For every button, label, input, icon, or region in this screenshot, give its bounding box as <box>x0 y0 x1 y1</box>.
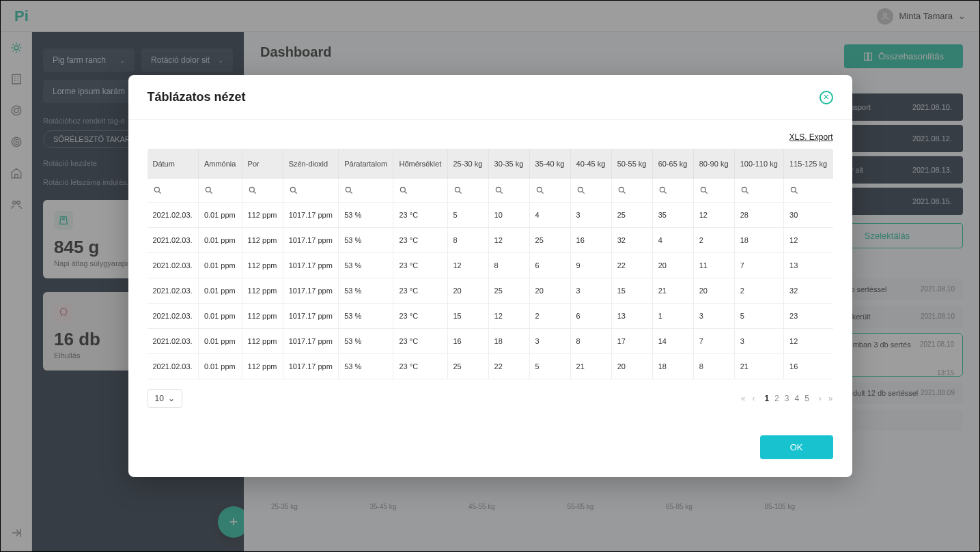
table-cell: 6 <box>570 304 611 329</box>
column-search[interactable] <box>529 179 570 203</box>
column-search[interactable] <box>148 179 199 203</box>
close-icon[interactable]: ✕ <box>820 91 833 104</box>
column-search[interactable] <box>283 179 339 203</box>
table-cell: 0.01 ppm <box>198 329 242 354</box>
table-cell: 2021.02.03. <box>148 329 199 354</box>
table-cell: 13 <box>611 304 652 329</box>
table-cell: 12 <box>488 304 529 329</box>
column-search[interactable] <box>611 179 652 203</box>
table-header: Por <box>242 149 283 179</box>
modal-title: Táblázatos nézet <box>148 90 246 104</box>
table-cell: 53 % <box>339 304 393 329</box>
table-cell: 5 <box>447 203 488 228</box>
page-1[interactable]: 1 <box>761 392 772 405</box>
column-search[interactable] <box>570 179 611 203</box>
table-cell: 1017.17 ppm <box>283 354 339 379</box>
table-cell: 8 <box>488 253 529 278</box>
table-cell: 23 <box>784 304 833 329</box>
column-search[interactable] <box>784 179 833 203</box>
page-3[interactable]: 3 <box>782 392 792 405</box>
page-5[interactable]: 5 <box>802 392 812 405</box>
data-table: DátumAmmóniaPorSzén-dioxidPáratartalomHő… <box>148 149 833 379</box>
table-header: 100-110 kg <box>734 149 783 179</box>
table-cell: 16 <box>570 228 611 253</box>
table-cell: 12 <box>447 253 488 278</box>
page-first[interactable]: « <box>741 394 746 403</box>
table-row: 2021.02.03.0.01 ppm112 ppm1017.17 ppm53 … <box>148 203 833 228</box>
svg-point-23 <box>578 187 583 192</box>
table-cell: 25 <box>611 203 652 228</box>
column-search[interactable] <box>393 179 447 203</box>
table-cell: 20 <box>611 354 652 379</box>
table-header: 35-40 kg <box>529 149 570 179</box>
table-cell: 18 <box>734 228 783 253</box>
table-cell: 23 °C <box>393 253 447 278</box>
column-search[interactable] <box>693 179 734 203</box>
page-size-select[interactable]: 10 ⌄ <box>148 389 182 408</box>
table-cell: 12 <box>693 203 734 228</box>
column-search[interactable] <box>652 179 693 203</box>
table-cell: 2021.02.03. <box>148 278 199 304</box>
table-cell: 10 <box>488 203 529 228</box>
table-cell: 21 <box>652 278 693 304</box>
page-2[interactable]: 2 <box>772 392 782 405</box>
table-cell: 1 <box>652 304 693 329</box>
page-prev[interactable]: ‹ <box>752 394 755 403</box>
table-cell: 1017.17 ppm <box>283 304 339 329</box>
table-row: 2021.02.03.0.01 ppm112 ppm1017.17 ppm53 … <box>148 278 833 304</box>
table-cell: 12 <box>784 228 833 253</box>
table-cell: 0.01 ppm <box>198 203 242 228</box>
table-cell: 5 <box>529 354 570 379</box>
table-cell: 3 <box>529 329 570 354</box>
table-cell: 23 °C <box>393 278 447 304</box>
table-cell: 0.01 ppm <box>198 354 242 379</box>
svg-point-16 <box>249 187 254 192</box>
table-cell: 2 <box>693 228 734 253</box>
table-header: Dátum <box>148 149 199 179</box>
svg-point-28 <box>791 187 796 192</box>
table-cell: 8 <box>570 329 611 354</box>
table-cell: 8 <box>447 228 488 253</box>
svg-point-24 <box>619 187 624 192</box>
table-cell: 16 <box>447 329 488 354</box>
table-cell: 32 <box>784 278 833 304</box>
svg-point-21 <box>496 187 501 192</box>
table-cell: 23 °C <box>393 354 447 379</box>
table-header: 25-30 kg <box>447 149 488 179</box>
table-cell: 2 <box>529 304 570 329</box>
svg-point-15 <box>206 187 210 192</box>
column-search[interactable] <box>734 179 783 203</box>
page-last[interactable]: » <box>828 394 833 403</box>
table-row: 2021.02.03.0.01 ppm112 ppm1017.17 ppm53 … <box>148 304 833 329</box>
page-4[interactable]: 4 <box>792 392 802 405</box>
export-link[interactable]: XLS. Export <box>148 132 833 142</box>
table-cell: 18 <box>488 329 529 354</box>
table-cell: 2021.02.03. <box>148 253 199 278</box>
table-cell: 22 <box>488 354 529 379</box>
column-search[interactable] <box>242 179 283 203</box>
table-cell: 25 <box>447 354 488 379</box>
table-cell: 2021.02.03. <box>148 228 199 253</box>
page-next[interactable]: › <box>819 394 822 403</box>
table-cell: 20 <box>529 278 570 304</box>
table-cell: 32 <box>611 228 652 253</box>
table-cell: 12 <box>784 329 833 354</box>
table-cell: 5 <box>734 304 783 329</box>
pagination: « ‹ 12345 › » <box>741 394 833 403</box>
table-cell: 12 <box>488 228 529 253</box>
svg-point-17 <box>290 187 295 192</box>
svg-point-14 <box>154 187 159 192</box>
column-search[interactable] <box>488 179 529 203</box>
table-cell: 3 <box>693 304 734 329</box>
column-search[interactable] <box>198 179 242 203</box>
table-cell: 112 ppm <box>242 228 283 253</box>
table-row: 2021.02.03.0.01 ppm112 ppm1017.17 ppm53 … <box>148 253 833 278</box>
table-cell: 2021.02.03. <box>148 203 199 228</box>
table-cell: 1017.17 ppm <box>283 228 339 253</box>
table-cell: 14 <box>652 329 693 354</box>
column-search[interactable] <box>447 179 488 203</box>
column-search[interactable] <box>339 179 393 203</box>
ok-button[interactable]: OK <box>760 435 833 459</box>
table-row: 2021.02.03.0.01 ppm112 ppm1017.17 ppm53 … <box>148 228 833 253</box>
table-header: Hőmérséklet <box>393 149 447 179</box>
